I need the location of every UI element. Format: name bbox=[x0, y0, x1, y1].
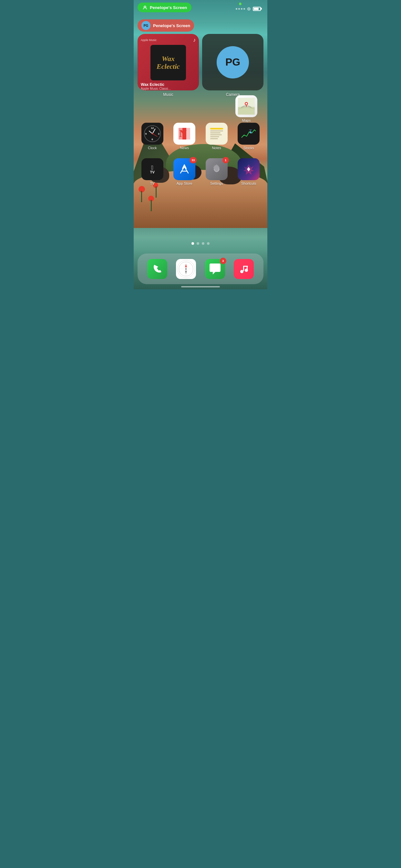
news-app-wrapper[interactable]: N News bbox=[170, 123, 199, 150]
page-dot-1 bbox=[191, 242, 194, 245]
tv-app-wrapper[interactable]:  TV TV bbox=[138, 158, 167, 185]
stocks-icon[interactable] bbox=[238, 123, 259, 145]
news-icon[interactable]: N bbox=[174, 123, 195, 145]
svg-rect-14 bbox=[210, 130, 223, 131]
notes-icon[interactable] bbox=[206, 123, 227, 145]
green-dot bbox=[239, 3, 242, 5]
messages-dock-wrapper[interactable]: 3 bbox=[205, 259, 225, 279]
clock-9: 9 bbox=[145, 132, 147, 135]
screen-share-button[interactable]: Penelope's Screen bbox=[137, 3, 191, 12]
share-popup-label: PG Penelope's Screen bbox=[137, 20, 194, 32]
svg-rect-17 bbox=[210, 136, 219, 137]
apple-icon:  bbox=[150, 165, 155, 170]
notes-icon-svg bbox=[208, 125, 225, 142]
music-widget[interactable]: Apple Music ♪ WaxEclectic Wax Eclectic A… bbox=[137, 34, 199, 90]
svg-point-31 bbox=[185, 268, 187, 270]
phone-handset-icon bbox=[151, 263, 163, 275]
appstore-label: App Store bbox=[177, 182, 192, 185]
music-note-icon: ♪ bbox=[193, 37, 196, 43]
clock-icon[interactable]: 12 3 6 9 bbox=[142, 123, 163, 145]
maps-icon[interactable] bbox=[235, 95, 257, 117]
svg-point-5 bbox=[246, 103, 247, 104]
clock-second-hand bbox=[152, 134, 158, 137]
stocks-label: Stocks bbox=[243, 146, 254, 150]
stocks-app-wrapper[interactable]: Stocks bbox=[234, 123, 263, 150]
apps-row-3:  TV TV 33 App Store 1 Settings bbox=[134, 158, 267, 185]
apple-tv-logo:  TV bbox=[150, 165, 155, 174]
messages-icon[interactable]: 3 bbox=[205, 259, 225, 279]
news-icon-svg: N bbox=[176, 125, 193, 142]
dock: 3 bbox=[137, 253, 264, 284]
safari-icon[interactable] bbox=[176, 259, 196, 279]
status-icons: ⊜ bbox=[236, 6, 261, 11]
album-title: Wax Eclectic bbox=[141, 82, 196, 87]
svg-rect-19 bbox=[240, 125, 257, 142]
clock-face: 12 3 6 9 bbox=[144, 125, 161, 142]
appstore-app-wrapper[interactable]: 33 App Store bbox=[170, 158, 199, 185]
appstore-icon[interactable]: 33 bbox=[174, 158, 195, 180]
appstore-icon-svg bbox=[178, 163, 191, 176]
news-label: News bbox=[180, 146, 189, 150]
messages-badge: 3 bbox=[220, 258, 226, 264]
clock-3: 3 bbox=[158, 132, 159, 135]
compass-icon bbox=[177, 260, 195, 278]
flower-icon bbox=[148, 196, 154, 202]
maps-icon-svg bbox=[238, 98, 255, 115]
clock-label: Clock bbox=[148, 146, 157, 150]
svg-rect-35 bbox=[243, 266, 244, 271]
appstore-badge: 33 bbox=[189, 157, 197, 163]
music-subtitle: Apple Music Classi... bbox=[141, 87, 196, 90]
signal-dot bbox=[243, 8, 245, 10]
apps-top-row: Maps bbox=[134, 95, 267, 122]
svg-rect-18 bbox=[210, 138, 218, 139]
page-dot-2 bbox=[197, 242, 199, 245]
share-popup: PG Penelope's Screen bbox=[137, 20, 202, 32]
settings-icon[interactable]: 1 bbox=[206, 158, 227, 180]
album-art-text: WaxEclectic bbox=[157, 55, 180, 70]
svg-point-1 bbox=[144, 6, 146, 8]
tv-icon[interactable]:  TV bbox=[142, 158, 163, 180]
app-maps-wrapper[interactable]: Maps bbox=[232, 95, 261, 122]
flower-icon bbox=[138, 186, 145, 192]
music-note-dock-icon bbox=[238, 263, 250, 275]
user-avatar-small: PG bbox=[142, 21, 150, 30]
svg-rect-12 bbox=[208, 125, 225, 142]
page-dot-3 bbox=[202, 242, 204, 245]
svg-rect-15 bbox=[210, 132, 220, 133]
message-bubble-icon bbox=[208, 262, 222, 276]
svg-rect-36 bbox=[247, 266, 248, 271]
shortcuts-icon[interactable] bbox=[238, 158, 259, 180]
phone-dock-wrapper[interactable] bbox=[147, 259, 167, 279]
clock-center bbox=[152, 133, 153, 134]
signal-dot bbox=[241, 8, 243, 10]
gear-icon bbox=[210, 162, 223, 176]
svg-rect-13 bbox=[210, 128, 223, 129]
settings-app-wrapper[interactable]: 1 Settings bbox=[202, 158, 231, 185]
notes-label: Notes bbox=[212, 146, 221, 150]
settings-badge: 1 bbox=[222, 157, 229, 163]
album-art: WaxEclectic bbox=[150, 45, 186, 81]
camera-widget[interactable]: PG bbox=[202, 34, 264, 90]
signal-dot bbox=[236, 8, 237, 10]
clock-app-wrapper[interactable]: 12 3 6 9 Clock bbox=[138, 123, 167, 150]
svg-text:N: N bbox=[179, 128, 187, 139]
phone-icon[interactable] bbox=[147, 259, 167, 279]
shortcuts-app-wrapper[interactable]: Shortcuts bbox=[234, 158, 263, 185]
notes-app-wrapper[interactable]: Notes bbox=[202, 123, 231, 150]
screen-share-icon bbox=[142, 4, 148, 10]
contact-avatar: PG bbox=[217, 46, 249, 79]
music-dock-wrapper[interactable] bbox=[234, 259, 254, 279]
shortcuts-label: Shortcuts bbox=[241, 182, 256, 185]
clock-12: 12 bbox=[151, 127, 154, 129]
clock-6: 6 bbox=[152, 138, 153, 141]
signal-icon bbox=[236, 8, 245, 10]
svg-rect-16 bbox=[210, 134, 222, 135]
safari-dock-wrapper[interactable] bbox=[176, 259, 196, 279]
tv-text: TV bbox=[150, 170, 155, 174]
tv-label: TV bbox=[150, 182, 155, 185]
battery-fill bbox=[254, 8, 258, 10]
wifi-icon: ⊜ bbox=[247, 6, 251, 11]
music-dock-icon[interactable] bbox=[234, 259, 254, 279]
apple-music-badge: Apple Music bbox=[141, 38, 157, 42]
svg-point-32 bbox=[240, 270, 243, 273]
